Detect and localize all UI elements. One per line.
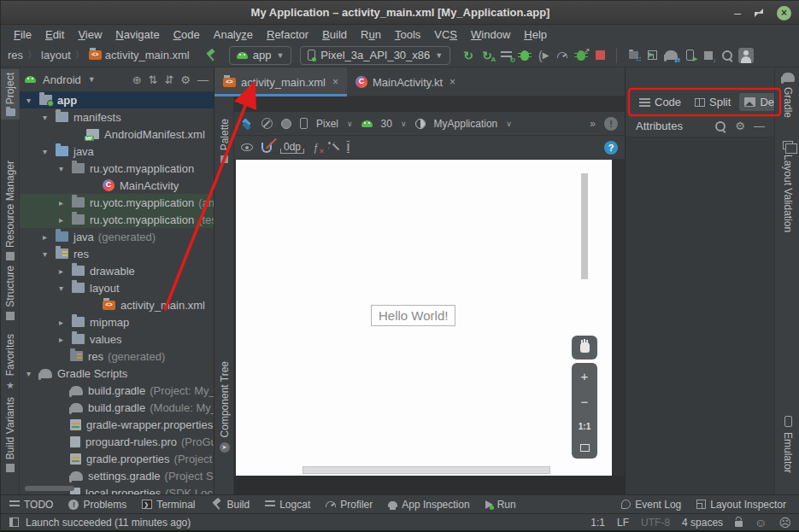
tree-item[interactable]: proguard-rules.pro (ProGuar — [20, 433, 214, 450]
attributes-search-icon[interactable] — [714, 120, 726, 132]
tree-chevron-icon[interactable]: ▸ — [59, 198, 72, 208]
project-view-selector[interactable]: Android — [43, 73, 81, 86]
component-tree-tab[interactable]: Component Tree — [219, 361, 231, 437]
debug-icon[interactable] — [515, 46, 534, 65]
device-type-select[interactable]: Pixel — [316, 118, 338, 130]
zoom-out-button[interactable]: − — [581, 395, 589, 408]
menu-item[interactable]: Build — [316, 26, 353, 43]
encoding-status[interactable]: UTF-8 — [641, 517, 670, 529]
close-tab-icon[interactable]: × — [332, 76, 338, 88]
apply-changes-icon[interactable]: ↻A — [478, 46, 496, 65]
tree-item[interactable]: activity_main.xml — [20, 296, 214, 313]
toolbar-overflow-icon[interactable]: » — [590, 118, 596, 130]
mode-code-button[interactable]: Code — [634, 93, 686, 111]
menu-item[interactable]: VCS — [428, 26, 463, 43]
tree-item[interactable]: ▾ app — [20, 91, 214, 108]
api-level-select[interactable]: 30 — [381, 118, 392, 130]
breadcrumb-res[interactable]: res — [8, 49, 23, 61]
menu-item[interactable]: Code — [167, 26, 206, 43]
tree-chevron-icon[interactable]: ▾ — [59, 164, 72, 173]
tree-item[interactable]: ▸ ru.yotc.myapplication (test) — [20, 211, 214, 228]
toolwindow-app-inspection[interactable]: App Inspection — [388, 499, 469, 511]
menu-item[interactable]: View — [72, 26, 108, 43]
sidebar-tab-layout-validation[interactable]: Layout Validation — [775, 141, 799, 232]
hide-panel-icon[interactable]: — — [197, 73, 209, 86]
search-everywhere-icon[interactable] — [718, 46, 737, 65]
menu-item[interactable]: Help — [518, 26, 553, 43]
tree-item[interactable]: gradle-wrapper.properties ( — [20, 416, 214, 433]
palette-tab[interactable]: Palette — [219, 119, 231, 150]
pan-button[interactable] — [572, 336, 597, 360]
zoom-ratio-button[interactable]: 1:1 — [579, 422, 590, 431]
canvas-vertical-scrollbar[interactable] — [581, 173, 588, 279]
tree-item[interactable]: settings.gradle (Project Setti — [20, 467, 214, 484]
default-margin-field[interactable]: 0dp — [280, 141, 304, 154]
sidebar-tab-project[interactable]: Project — [1, 69, 20, 120]
menu-item[interactable]: Run — [355, 26, 387, 43]
minimize-button[interactable]: – — [734, 9, 741, 17]
tree-item[interactable]: ▸ mipmap — [20, 313, 214, 330]
menu-item[interactable]: File — [8, 26, 38, 43]
project-structure-icon[interactable]: ∷ — [624, 46, 643, 65]
tree-item[interactable]: ▾ Gradle Scripts — [20, 365, 214, 382]
apply-code-changes-icon[interactable]: ↻ — [496, 46, 515, 65]
sidebar-tab-structure[interactable]: Structure — [1, 262, 20, 324]
menu-item[interactable]: Navigate — [109, 26, 165, 43]
autoconnect-magnet-icon[interactable] — [261, 143, 272, 153]
tree-item[interactable]: ▾ res — [20, 245, 214, 262]
attributes-gear-icon[interactable]: ⚙ — [735, 120, 745, 132]
sidebar-tab-resource-manager[interactable]: Resource Manager — [1, 157, 20, 264]
tree-chevron-icon[interactable]: ▾ — [26, 96, 39, 105]
close-tab-icon[interactable]: × — [449, 76, 455, 88]
attach-debugger-icon[interactable]: ↗ — [572, 46, 590, 65]
tree-item[interactable]: AndroidManifest.xml — [20, 126, 214, 143]
toolwindow-problems[interactable]: !Problems — [68, 499, 126, 511]
tree-chevron-icon[interactable]: ▸ — [43, 232, 56, 242]
toolwindow-layout-inspector[interactable]: Layout Inspector — [696, 499, 786, 511]
help-badge-icon[interactable]: ? — [604, 141, 618, 155]
issue-badge-icon[interactable]: ! — [604, 117, 618, 131]
gradle-sync-icon[interactable]: ⇄ — [661, 46, 680, 65]
toolwindow-logcat[interactable]: Logcat — [265, 499, 310, 511]
theme-select[interactable]: MyApplication — [434, 118, 498, 130]
tree-item[interactable]: MainActivity — [20, 177, 214, 194]
avatar-icon[interactable] — [737, 46, 755, 65]
toolwindow-run[interactable]: Run — [485, 499, 516, 511]
zoom-in-button[interactable]: + — [581, 370, 589, 383]
tree-item[interactable]: ▸ values — [20, 330, 214, 348]
locate-icon[interactable]: ⊕ — [132, 73, 142, 86]
zoom-to-fit-icon[interactable] — [580, 444, 590, 452]
device-select[interactable]: Pixel_3a_API_30_x86 ▼ — [300, 46, 450, 65]
toolwindow-terminal[interactable]: ❯Terminal — [142, 499, 195, 511]
menu-item[interactable]: Window — [465, 26, 516, 43]
tree-item[interactable]: ▾ manifests — [20, 108, 214, 126]
coverage-icon[interactable]: (▶ — [534, 46, 553, 65]
toolwindow-todo[interactable]: TODO — [9, 499, 53, 511]
design-surface-icon[interactable] — [241, 119, 253, 129]
tree-chevron-icon[interactable]: ▾ — [43, 113, 56, 122]
attributes-hide-icon[interactable]: — — [754, 120, 765, 132]
tree-item[interactable]: ▸ java (generated) — [20, 228, 214, 245]
menu-item[interactable]: Edit — [39, 26, 70, 43]
expand-collapse-icon[interactable]: ⇵ — [164, 73, 173, 86]
design-canvas[interactable]: Hello World! — [236, 160, 612, 476]
tab-activity-main-xml[interactable]: activity_main.xml × — [214, 67, 347, 96]
breadcrumb-file[interactable]: activity_main.xml — [105, 49, 190, 61]
tree-item[interactable]: ▾ layout — [20, 279, 214, 296]
tree-item[interactable]: ▸ ru.yotc.myapplication (androidTest) — [20, 194, 214, 211]
avd-manager-icon[interactable]: ▶ — [643, 46, 661, 65]
tab-mainactivity-kt[interactable]: MainActivity.kt × — [347, 67, 464, 96]
close-button[interactable]: × — [777, 6, 791, 20]
tree-chevron-icon[interactable]: ▸ — [59, 215, 72, 225]
profiler-icon[interactable] — [553, 46, 572, 65]
zoom-ratio-status[interactable]: 1:1 — [590, 517, 605, 529]
menu-item[interactable]: Refactor — [261, 26, 314, 43]
restore-button[interactable] — [755, 9, 763, 17]
run-configuration-select[interactable]: app ▼ — [229, 46, 292, 65]
night-mode-icon[interactable] — [281, 119, 291, 129]
build-hammer-icon[interactable] — [202, 46, 220, 65]
tree-chevron-icon[interactable]: ▸ — [59, 335, 72, 344]
view-options-icon[interactable] — [241, 143, 253, 151]
sidebar-tab-emulator[interactable]: Emulator — [775, 416, 799, 473]
tree-chevron-icon[interactable]: ▸ — [59, 266, 72, 276]
